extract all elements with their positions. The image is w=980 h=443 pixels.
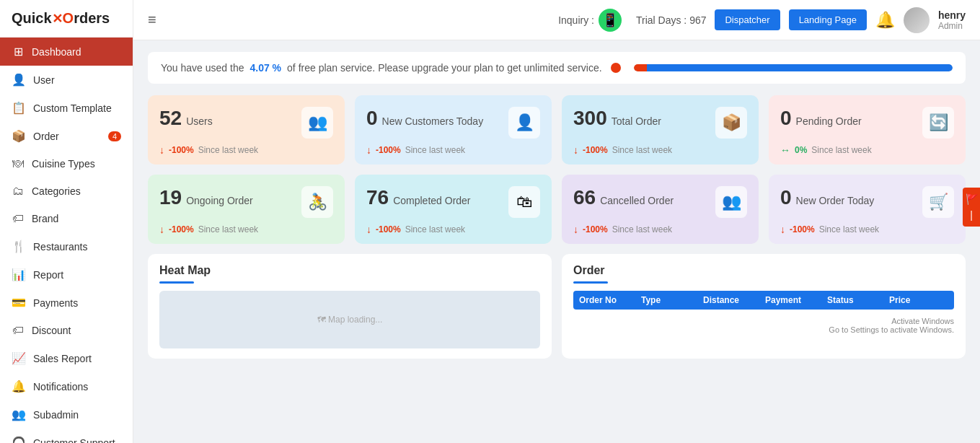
dashboard-icon: ⊞: [12, 45, 25, 58]
users-label: Users: [186, 115, 213, 127]
sidebar-item-report[interactable]: 📊 Report: [0, 260, 133, 289]
ongoing-order-arrow: ↓: [159, 224, 164, 235]
col-payment: Payment: [765, 295, 824, 305]
cancelled-order-label: Cancelled Order: [600, 195, 674, 206]
pending-order-arrow: ↔: [780, 144, 790, 156]
sidebar-item-custom-template[interactable]: 📋 Custom Template: [0, 94, 133, 122]
logo-x: ✕: [52, 12, 63, 26]
order-table-header: Order No Type Distance Payment Status Pr…: [573, 291, 954, 310]
sidebar-item-label: Subadmin: [33, 409, 79, 421]
stat-card-new-order-today: 0 New Order Today 🛒 ↓ -100% Since last w…: [769, 175, 966, 244]
new-customers-change: -100%: [376, 145, 401, 155]
stat-card-ongoing-order: 19 Ongoing Order 🚴 ↓ -100% Since last we…: [148, 175, 345, 244]
total-order-label: Total Order: [612, 115, 661, 127]
completed-order-arrow: ↓: [366, 224, 371, 235]
sidebar-item-label: Restaurants: [33, 241, 87, 253]
total-order-count: 300: [573, 107, 607, 130]
sidebar-item-label: Report: [33, 269, 63, 281]
sidebar-item-payments[interactable]: 💳 Payments: [0, 289, 133, 317]
ongoing-order-count: 19: [159, 186, 182, 209]
col-price: Price: [889, 295, 948, 305]
heatmap-underline: [159, 281, 194, 284]
completed-order-icon: 🛍: [508, 186, 540, 218]
new-order-today-count: 0: [780, 186, 792, 209]
ongoing-order-change: -100%: [169, 224, 194, 234]
trial-days-label: Trial Days : 967: [636, 14, 707, 26]
stat-card-pending-order: 0 Pending Order 🔄 ↔ 0% Since last week: [769, 95, 966, 165]
stat-card-total-order: 300 Total Order 📦 ↓ -100% Since last wee…: [562, 95, 759, 165]
pending-order-change: 0%: [795, 145, 807, 155]
sidebar-item-label: Custom Template: [33, 102, 112, 114]
total-order-since: Since last week: [612, 145, 672, 155]
sidebar-item-notifications[interactable]: 🔔 Notifications: [0, 372, 133, 400]
ongoing-order-label: Ongoing Order: [186, 195, 253, 206]
sidebar-item-brand[interactable]: 🏷 Brand: [0, 205, 133, 232]
cancelled-order-since: Since last week: [612, 224, 672, 234]
col-status: Status: [827, 295, 886, 305]
sidebar-item-sales-report[interactable]: 📈 Sales Report: [0, 344, 133, 372]
activate-windows-text: Activate Windows Go to Settings to activ…: [573, 317, 954, 334]
total-order-change: -100%: [583, 145, 608, 155]
sidebar-item-label: Brand: [32, 213, 58, 224]
sidebar-item-cuisine-types[interactable]: 🍽 Cuisine Types: [0, 150, 133, 177]
sidebar-item-customer-support[interactable]: 🎧 Customer Support: [0, 429, 133, 443]
sidebar-item-categories[interactable]: 🗂 Categories: [0, 177, 133, 205]
side-marker[interactable]: 🚩 |: [963, 188, 980, 227]
users-since: Since last week: [198, 145, 258, 155]
report-icon: 📊: [12, 268, 26, 281]
sidebar-item-discount[interactable]: 🏷 Discount: [0, 317, 133, 344]
landing-page-button[interactable]: Landing Page: [789, 9, 867, 30]
users-icon: 👥: [301, 107, 333, 139]
sidebar-item-label: Payments: [33, 297, 78, 309]
pending-order-icon: 🔄: [922, 107, 954, 139]
sidebar-item-subadmin[interactable]: 👥 Subadmin: [0, 400, 133, 429]
new-customers-since: Since last week: [405, 145, 465, 155]
col-type: Type: [641, 295, 700, 305]
new-order-today-arrow: ↓: [780, 224, 785, 235]
sidebar-item-label: User: [33, 74, 55, 86]
hamburger-button[interactable]: ≡: [148, 12, 156, 28]
avatar[interactable]: [904, 7, 930, 33]
logo-rders: rders: [74, 10, 110, 26]
total-order-icon: 📦: [715, 107, 747, 139]
completed-order-count: 76: [366, 186, 389, 209]
new-order-today-label: New Order Today: [796, 195, 875, 206]
order-section-underline: [573, 281, 608, 284]
ongoing-order-since: Since last week: [198, 224, 258, 234]
completed-order-since: Since last week: [405, 224, 465, 234]
user-role: Admin: [938, 21, 966, 31]
logo: Quick✕Orders: [0, 0, 133, 38]
payments-icon: 💳: [12, 296, 26, 310]
new-order-today-since: Since last week: [819, 224, 879, 234]
col-order-no: Order No: [579, 295, 638, 305]
categories-icon: 🗂: [12, 185, 25, 198]
sidebar-item-dashboard[interactable]: ⊞ Dashboard: [0, 38, 133, 66]
users-count: 52: [159, 107, 182, 130]
progress-bar-container: [634, 64, 953, 71]
pending-order-label: Pending Order: [796, 115, 862, 127]
cancelled-order-count: 66: [573, 186, 596, 209]
inquiry-label: Inquiry :: [558, 14, 594, 26]
logo-quick: Quick: [12, 10, 52, 26]
whatsapp-icon[interactable]: 📱: [599, 9, 622, 32]
cuisine-icon: 🍽: [12, 157, 25, 170]
notif-icon: 🔔: [12, 380, 26, 393]
sidebar-item-restaurants[interactable]: 🍴 Restaurants: [0, 232, 133, 260]
bell-icon[interactable]: 🔔: [875, 11, 895, 30]
support-icon: 🎧: [12, 436, 26, 443]
dispatcher-button[interactable]: Dispatcher: [715, 9, 780, 30]
topbar: ≡ Inquiry : 📱 Trial Days : 967 Dispatche…: [133, 0, 980, 40]
completed-order-change: -100%: [376, 224, 401, 234]
plan-banner: You have used the 4.07 % of free plan se…: [148, 52, 966, 84]
sidebar-item-order[interactable]: 📦 Order 4: [0, 122, 133, 150]
logo-o: O: [63, 10, 74, 26]
total-order-arrow: ↓: [573, 144, 578, 156]
new-customers-count: 0: [366, 107, 378, 130]
sales-icon: 📈: [12, 351, 26, 365]
plan-prefix: You have used the: [161, 62, 244, 74]
new-customers-arrow: ↓: [366, 144, 371, 156]
new-customers-icon: 👤: [508, 107, 540, 139]
new-customers-label: New Customers Today: [382, 115, 484, 127]
sidebar-item-label: Sales Report: [33, 353, 92, 364]
sidebar-item-user[interactable]: 👤 User: [0, 66, 133, 94]
